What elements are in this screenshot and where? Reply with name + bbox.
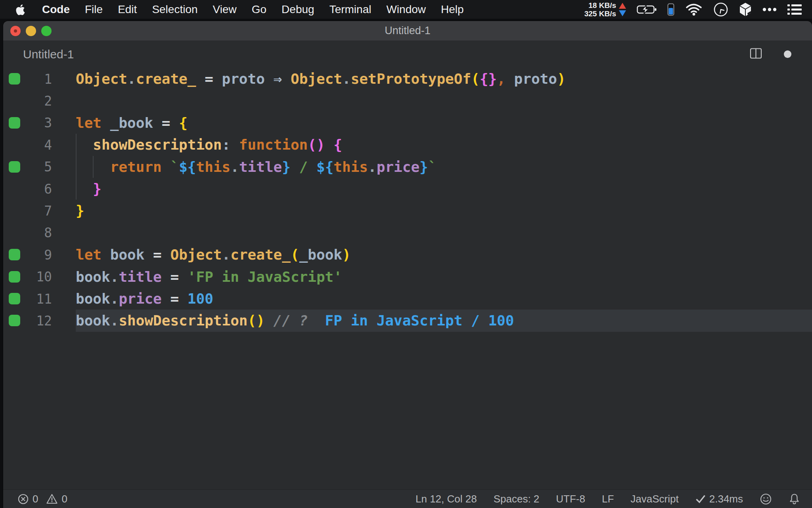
cursor-position[interactable]: Ln 12, Col 28 [416,493,477,505]
code-token: ) [342,246,351,263]
code-line-12[interactable]: 12book.showDescription() // ? FP in Java… [3,310,812,331]
code-line-1[interactable]: 1Object.create_ = proto ⇒ Object.setProt… [3,68,812,90]
code-line-11[interactable]: 11book.price = 100 [3,288,812,310]
wifi-icon[interactable] [685,3,703,16]
code-text[interactable]: Object.create_ = proto ⇒ Object.setProto… [76,68,566,90]
code-token: setPrototypeOf [351,71,471,87]
line-number: 9 [8,247,52,262]
code-text[interactable]: } [76,200,84,221]
code-token [162,269,170,285]
feedback-smiley-icon[interactable] [760,493,772,505]
menu-item-selection[interactable]: Selection [144,3,205,16]
clock-icon[interactable] [713,2,728,17]
warnings-indicator[interactable]: 0 [46,493,67,505]
code-token: return [110,159,162,175]
code-line-9[interactable]: 9let book = Object.create_(_book) [3,244,812,266]
indentation-setting[interactable]: Spaces: 2 [494,493,540,505]
code-text[interactable]: book.title = 'FP in JavaScript' [76,266,342,288]
ellipsis-icon[interactable] [762,8,777,12]
code-token: price [377,159,419,175]
gutter: 7 [3,200,76,221]
notifications-bell-icon[interactable] [789,493,800,505]
language-mode[interactable]: JavaScript [630,493,678,505]
list-menu-icon[interactable] [787,4,802,15]
code-text[interactable]: let book = Object.create_(_book) [76,244,351,266]
execution-time: 2.34ms [709,493,743,505]
gutter: 4 [3,134,76,156]
encoding-setting[interactable]: UTF-8 [556,493,585,505]
menu-item-window[interactable]: Window [379,3,433,16]
problems-indicator[interactable]: 0 [17,493,38,505]
eol-setting[interactable]: LF [602,493,614,505]
code-token: Object [291,71,342,87]
window-title: Untitled-1 [385,25,431,37]
network-speed-indicator[interactable]: 18 KB/s 325 KB/s [584,1,626,18]
code-line-2[interactable]: 2 [3,90,812,112]
code-token: book [76,312,110,329]
device-battery-icon[interactable] [667,3,674,16]
code-line-3[interactable]: 3let _book = { [3,112,812,134]
menu-item-file[interactable]: File [77,3,110,16]
menu-item-debug[interactable]: Debug [274,3,322,16]
upload-speed: 18 KB/s [584,1,616,10]
line-number: 3 [8,115,52,131]
code-token [308,312,325,329]
menu-item-view[interactable]: View [205,3,244,16]
code-token: ${ [316,159,333,175]
code-token: ( [291,246,299,263]
code-editor[interactable]: 1Object.create_ = proto ⇒ Object.setProt… [3,68,812,489]
code-text[interactable]: let _book = { [76,112,188,134]
tab-untitled-1[interactable]: Untitled-1 [23,48,74,61]
menu-item-go[interactable]: Go [244,3,274,16]
apple-logo-icon[interactable] [15,3,26,15]
network-arrows [619,3,626,16]
code-token: () [248,312,265,329]
code-token: _book [299,246,342,263]
code-token [102,246,110,263]
code-token: = [170,291,179,307]
code-text[interactable]: return `${this.title} / ${this.price}` [76,156,437,178]
cube-app-icon[interactable] [739,2,752,17]
code-text[interactable]: book.price = 100 [76,288,213,310]
code-text[interactable]: } [76,178,102,200]
split-editor-icon[interactable] [750,47,762,61]
menu-item-edit[interactable]: Edit [110,3,144,16]
code-text[interactable]: book.showDescription() // ? FP in JavaSc… [76,310,514,331]
gutter: 5 [3,156,76,178]
code-token [76,137,93,153]
code-token: . [110,312,119,329]
code-text[interactable]: showDescription: function() { [76,134,342,156]
battery-charging-icon[interactable] [637,4,657,15]
code-token: 100 [188,291,213,307]
code-token: {} [480,71,497,87]
code-line-10[interactable]: 10book.title = 'FP in JavaScript' [3,266,812,288]
close-button[interactable] [10,26,21,36]
window-title-bar[interactable]: Untitled-1 [3,21,812,40]
code-line-5[interactable]: 5 return `${this.title} / ${this.price}` [3,156,812,178]
zoom-button[interactable] [41,26,52,36]
menu-item-help[interactable]: Help [433,3,471,16]
menu-item-code[interactable]: Code [34,3,77,16]
code-line-7[interactable]: 7} [3,200,812,221]
code-token: this [333,159,368,175]
traffic-lights [10,21,52,40]
code-token: // ? [274,312,308,329]
gutter: 8 [3,222,76,244]
minimize-button[interactable] [26,26,36,36]
code-token: , [497,71,506,87]
code-token: () [308,137,325,153]
code-line-4[interactable]: 4 showDescription: function() { [3,134,812,156]
menu-item-terminal[interactable]: Terminal [322,3,379,16]
line-number: 6 [8,181,52,196]
code-line-6[interactable]: 6 } [3,178,812,200]
gutter: 3 [3,112,76,134]
code-line-8[interactable]: 8 [3,222,812,244]
code-token: = [170,269,179,285]
line-number: 11 [8,291,52,306]
code-token: let [76,246,102,263]
code-token: Object [170,246,222,263]
quokka-performance[interactable]: 2.34ms [695,493,743,505]
unsaved-changes-indicator[interactable] [784,50,791,58]
code-token [170,115,179,131]
code-token: showDescription [93,137,222,153]
